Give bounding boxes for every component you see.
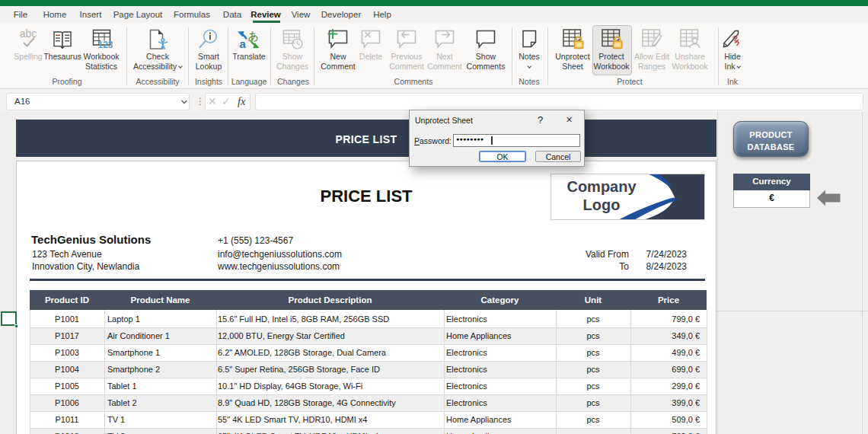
svg-text:a: a	[240, 37, 247, 50]
svg-text:123: 123	[98, 40, 113, 50]
svg-text:あ: あ	[248, 30, 259, 42]
